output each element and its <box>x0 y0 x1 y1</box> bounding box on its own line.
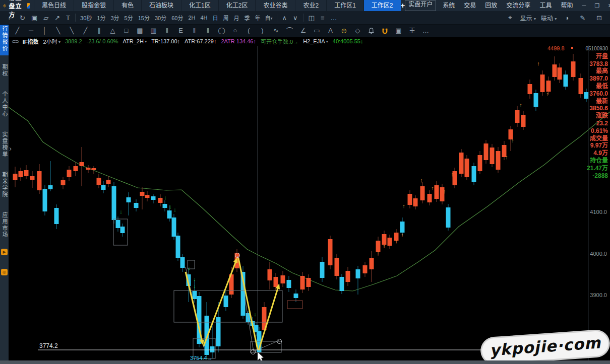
percent-lines-tool[interactable]: ‖ <box>160 24 174 37</box>
ray-line-tool[interactable]: ╲ <box>65 24 79 37</box>
timeframe-button[interactable]: 年 <box>253 14 263 22</box>
circle-tool[interactable]: ○ <box>228 24 242 37</box>
arc-right-tool[interactable]: ) <box>256 24 269 37</box>
timeframe-button[interactable]: 1分 <box>94 14 108 22</box>
triangle-tool[interactable]: △ <box>106 24 119 37</box>
timeframe-button[interactable]: 60分 <box>169 14 186 22</box>
workspace-tab[interactable]: 工作区2 <box>363 0 401 11</box>
menu-item[interactable]: 回放 <box>480 0 502 11</box>
timeframe-button[interactable]: 30秒 <box>78 14 94 22</box>
text-mode-icon[interactable]: T <box>63 14 73 22</box>
horizontal-line-tool[interactable]: ─ <box>24 24 38 37</box>
ruler-tool[interactable]: ▭ <box>310 24 324 37</box>
arc-left-tool[interactable]: ( <box>242 24 256 37</box>
menu-item[interactable]: 工具 <box>535 0 556 11</box>
folder-icon[interactable]: ▱ <box>40 14 51 22</box>
minimize-button[interactable]: ─ <box>577 0 590 11</box>
indicator-name[interactable]: ATR_2H ▾ <box>123 38 147 44</box>
esunny-logo-icon <box>3 2 6 10</box>
sidebar-item-行情报价[interactable]: 行情报价 <box>0 22 9 55</box>
split-view-icon[interactable]: ◫ <box>306 14 318 22</box>
workspace-tab[interactable]: 农业谷类 <box>255 0 295 11</box>
chart-type-icon[interactable]: ↗ <box>51 14 63 22</box>
expand-panel-chevron-icon[interactable]: › <box>9 144 12 153</box>
workspace-tab[interactable]: 股指金银 <box>74 0 113 11</box>
alert-bell-tool[interactable] <box>364 24 378 37</box>
sidebar-app-icon[interactable]: ◎ <box>1 269 8 275</box>
gann-grid-tool[interactable]: ▤ <box>133 24 147 37</box>
close-button[interactable]: ✕ <box>603 0 610 11</box>
workspace-tab[interactable]: 石油板块 <box>141 0 181 11</box>
timeframe-button[interactable]: 3分 <box>108 14 121 22</box>
candlestick-chart[interactable]: ↑↑↑↑↑↑↑↑↑↑↑↑↑↑↓↓↓↓↓↓↓↓3774.24100.04000.0… <box>9 45 610 360</box>
more-tools[interactable]: … <box>419 24 433 37</box>
angle-tool[interactable]: ∠ <box>296 24 310 37</box>
maximize-button[interactable]: ❐ <box>590 0 603 11</box>
eraser-tool[interactable]: ◇ <box>351 24 364 37</box>
custom-period-button[interactable]: 自▾ <box>263 14 275 22</box>
display-dropdown[interactable]: 显示 ▾ <box>520 14 536 22</box>
emoji-tool[interactable]: ☺ <box>337 24 351 37</box>
ellipse-tool[interactable]: ◯ <box>215 24 228 37</box>
timeframe-button[interactable]: 4H <box>198 15 210 21</box>
workspace-tab[interactable]: 化工1区 <box>181 0 218 11</box>
link-dropdown[interactable]: 联动 ▾ <box>541 14 557 22</box>
open-lots-value: 可开仓手数:0→ <box>261 37 298 45</box>
rectangle-tool[interactable]: □ <box>119 24 133 37</box>
wave-count-tool[interactable]: E <box>174 24 188 37</box>
text-label-tool[interactable]: A <box>324 24 337 37</box>
zoom-out-icon[interactable]: ∨ <box>290 14 301 22</box>
vertical-line-tool[interactable]: │ <box>38 24 51 37</box>
zoom-in-icon[interactable]: ∧ <box>279 14 290 22</box>
time-lines-tool[interactable]: ‖ <box>201 24 215 37</box>
timeframe-button[interactable]: 月 <box>231 14 242 22</box>
workspace-tab[interactable]: 农业2 <box>295 0 326 11</box>
menu-item[interactable]: 实盘开户 <box>405 0 436 11</box>
menu-item[interactable]: 帮助 <box>556 0 577 11</box>
model-name[interactable]: H2_EJIA ▾ <box>303 38 328 44</box>
layout-board-tool[interactable]: ▣ <box>392 24 405 37</box>
timeframe-button[interactable]: 2H <box>186 15 198 21</box>
menu-item[interactable]: 系统 <box>438 0 459 11</box>
sidebar-app-icon[interactable]: ▶ <box>1 249 8 255</box>
workspace-tab[interactable]: 有色 <box>113 0 141 11</box>
workspace-tab[interactable]: 工作区1 <box>326 0 363 11</box>
list-view-icon[interactable]: ≡ <box>318 14 328 22</box>
trend-line-tool[interactable]: ╱ <box>11 24 24 37</box>
pencil-icon[interactable]: ✎ <box>577 14 588 22</box>
menu-item[interactable]: 交易 <box>459 0 480 11</box>
down-line-tool[interactable]: ╲ <box>51 24 65 37</box>
sidebar-item-实盘榜单[interactable]: 实盘榜单 <box>0 128 9 161</box>
theme-icon[interactable]: ◑ <box>562 14 572 22</box>
gann-box-tool[interactable]: ▥ <box>147 24 160 37</box>
timeframe-button[interactable]: 周 <box>221 14 231 22</box>
more-toolbar-icon[interactable]: … <box>328 14 340 22</box>
crosshair-icon[interactable]: ⌖ <box>505 14 515 22</box>
timeframe-button[interactable]: 季 <box>242 14 253 22</box>
period-selector[interactable]: 2小时 ▾ <box>43 37 60 45</box>
timeframe-button[interactable]: 15分 <box>136 14 152 22</box>
sidebar-item-期权[interactable]: 期权 <box>0 60 9 81</box>
add-workspace-button[interactable]: + <box>401 0 405 11</box>
fullscreen-icon[interactable]: ⊡ <box>593 14 605 22</box>
chart-canvas[interactable]: ↑↑↑↑↑↑↑↑↑↑↑↑↑↑↓↓↓↓↓↓↓↓3774.24100.04000.0… <box>9 45 610 360</box>
link-chart-icon[interactable]: ⊂⊃ <box>12 39 18 44</box>
workspace-tab[interactable]: 黑色日线 <box>34 0 74 11</box>
magnet-tool[interactable] <box>378 24 392 37</box>
segment-line-tool[interactable]: ╱ <box>79 24 92 37</box>
timeframe-button[interactable]: 日 <box>210 14 221 22</box>
quote-row: 9.97万 <box>585 142 608 150</box>
zigzag-tool[interactable]: ∿ <box>269 24 283 37</box>
fan-lines-tool[interactable]: ⌒ <box>283 24 296 37</box>
menu-item[interactable]: 交流分享 <box>502 0 535 11</box>
sidebar-item-应用市场[interactable]: 应用市场 <box>0 208 9 242</box>
multi-chart-tool[interactable]: 王 <box>405 24 419 37</box>
cycle-lines-tool[interactable]: ‖ <box>188 24 201 37</box>
timeframe-button[interactable]: 30分 <box>152 14 169 22</box>
parallel-channel-tool[interactable]: ∥ <box>92 24 106 37</box>
symbol-name[interactable]: IF指数 <box>23 37 39 45</box>
sidebar-item-个人中心[interactable]: 个人中心 <box>0 88 9 121</box>
sidebar-item-期米学院[interactable]: 期米学院 <box>0 168 9 201</box>
timeframe-button[interactable]: 5分 <box>122 14 136 22</box>
workspace-tab[interactable]: 化工2区 <box>218 0 256 11</box>
